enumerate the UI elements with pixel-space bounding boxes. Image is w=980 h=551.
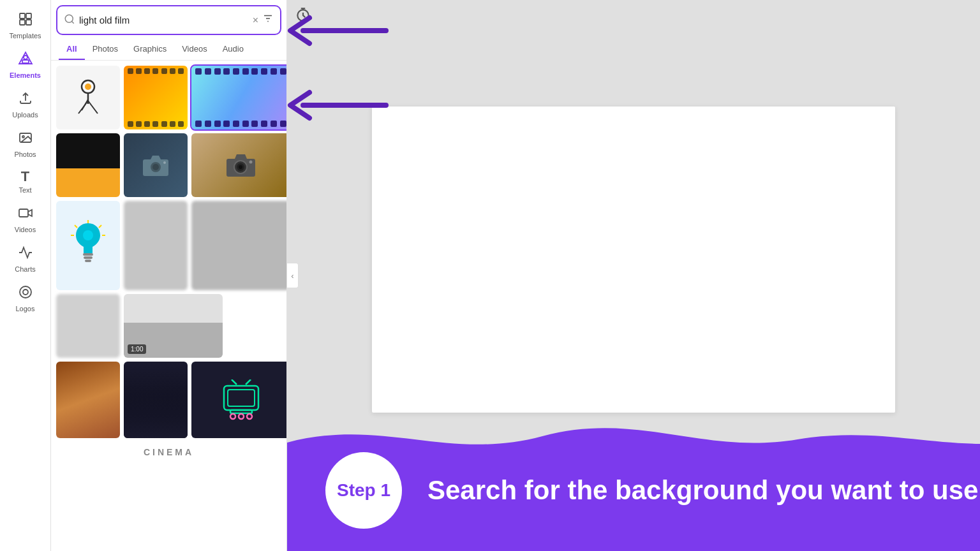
result-item-blurred-1[interactable] [124, 201, 188, 290]
svg-point-8 [22, 136, 24, 138]
cinema-label: CINEMA [56, 444, 281, 460]
svg-rect-3 [26, 20, 31, 25]
video-duration: 1:00 [128, 344, 146, 354]
search-icon [64, 13, 75, 27]
svg-point-31 [83, 230, 93, 240]
tab-photos[interactable]: Photos [85, 40, 126, 60]
svg-point-17 [85, 84, 91, 90]
tab-videos[interactable]: Videos [174, 40, 215, 60]
svg-line-21 [82, 99, 88, 110]
elements-label: Elements [10, 71, 41, 79]
svg-point-12 [65, 15, 73, 22]
svg-rect-6 [22, 60, 29, 63]
result-item-film-orange[interactable] [124, 66, 188, 129]
canvas-bottom-bar [287, 519, 980, 551]
svg-point-11 [23, 290, 28, 295]
filter-button[interactable] [262, 13, 274, 27]
result-item-retro-tv[interactable] [191, 362, 286, 438]
svg-rect-1 [26, 13, 31, 18]
uploads-label: Uploads [12, 111, 38, 119]
svg-marker-4 [19, 52, 32, 64]
sidebar-item-videos[interactable]: Videos [0, 199, 51, 239]
sidebar-item-charts[interactable]: Charts [0, 239, 51, 278]
svg-line-37 [99, 225, 101, 228]
sidebar-item-uploads[interactable]: Uploads [0, 84, 51, 124]
result-item-blurred-3[interactable] [56, 294, 120, 358]
collapse-handle[interactable]: ‹ [287, 263, 299, 288]
timer-icon[interactable] [295, 6, 311, 26]
result-item-lightbulb[interactable] [56, 201, 120, 290]
uploads-icon [18, 91, 33, 108]
tab-audio[interactable]: Audio [215, 40, 251, 60]
svg-point-5 [24, 55, 27, 59]
svg-point-10 [20, 286, 31, 298]
svg-point-46 [239, 414, 244, 419]
sidebar-item-text[interactable]: T Text [0, 163, 51, 199]
search-bar-container: × [56, 5, 281, 35]
videos-label: Videos [15, 226, 36, 233]
sidebar-item-logos[interactable]: Logos [0, 278, 51, 318]
result-item-camera-dark[interactable] [124, 133, 188, 197]
sidebar-nav: Templates Elements Uploads [0, 0, 51, 551]
grid-row-2 [56, 133, 281, 197]
canvas-white [372, 107, 895, 413]
svg-rect-34 [85, 260, 91, 262]
tab-graphics[interactable]: Graphics [126, 40, 174, 60]
svg-rect-0 [20, 13, 25, 18]
results-grid: 1:00 [51, 61, 286, 551]
sidebar-item-templates[interactable]: Templates [0, 5, 51, 45]
templates-icon [18, 11, 33, 29]
charts-label: Charts [15, 265, 35, 273]
result-item-film-blue[interactable] [191, 66, 286, 129]
charts-icon [18, 245, 33, 263]
svg-point-24 [152, 164, 159, 170]
main-area: ‹ Step 1 Search for the background you w… [287, 0, 980, 551]
grid-row-4: 1:00 [56, 294, 281, 358]
photos-label: Photos [14, 151, 36, 158]
svg-point-29 [239, 165, 242, 169]
videos-icon [18, 205, 33, 223]
svg-line-36 [75, 225, 77, 228]
search-input[interactable] [79, 15, 249, 26]
result-item-crowd[interactable] [124, 362, 188, 438]
sidebar-item-photos[interactable]: Photos [0, 124, 51, 163]
result-item-wood[interactable] [56, 362, 120, 438]
grid-row-cinema: CINEMA [56, 442, 281, 462]
filter-tabs: All Photos Graphics Videos Audio [51, 35, 286, 61]
svg-rect-32 [83, 253, 93, 256]
svg-point-30 [249, 160, 253, 163]
grid-row-1 [56, 66, 281, 129]
svg-line-40 [232, 379, 237, 385]
scrollbar-thumb[interactable] [295, 533, 320, 539]
result-item-tripod[interactable] [56, 66, 120, 129]
text-label: Text [19, 186, 31, 194]
sidebar-item-elements[interactable]: Elements [0, 45, 51, 84]
svg-rect-9 [19, 209, 28, 217]
text-icon: T [21, 170, 29, 184]
svg-rect-2 [20, 20, 25, 25]
svg-point-45 [230, 414, 235, 419]
clear-search-button[interactable]: × [253, 15, 258, 26]
svg-point-47 [247, 414, 252, 419]
canvas-area [287, 0, 980, 519]
svg-rect-33 [84, 256, 93, 259]
svg-point-25 [163, 161, 166, 164]
svg-rect-44 [230, 410, 252, 413]
logos-label: Logos [16, 305, 35, 312]
tab-all[interactable]: All [59, 40, 85, 60]
result-item-camera-wood[interactable] [191, 133, 286, 197]
svg-rect-43 [228, 390, 255, 406]
grid-row-5 [56, 362, 281, 438]
elements-icon [18, 51, 33, 69]
result-item-landscape-video[interactable]: 1:00 [124, 294, 223, 358]
photos-icon [18, 130, 33, 148]
result-item-blurred-2[interactable] [191, 201, 286, 290]
logos-icon [18, 284, 33, 302]
svg-line-41 [246, 379, 251, 385]
search-panel: × All Photos Graphics Videos Audio [51, 0, 287, 551]
result-item-black-yellow[interactable] [56, 133, 120, 197]
templates-label: Templates [9, 32, 41, 40]
grid-row-3 [56, 201, 281, 290]
svg-line-20 [88, 101, 98, 114]
